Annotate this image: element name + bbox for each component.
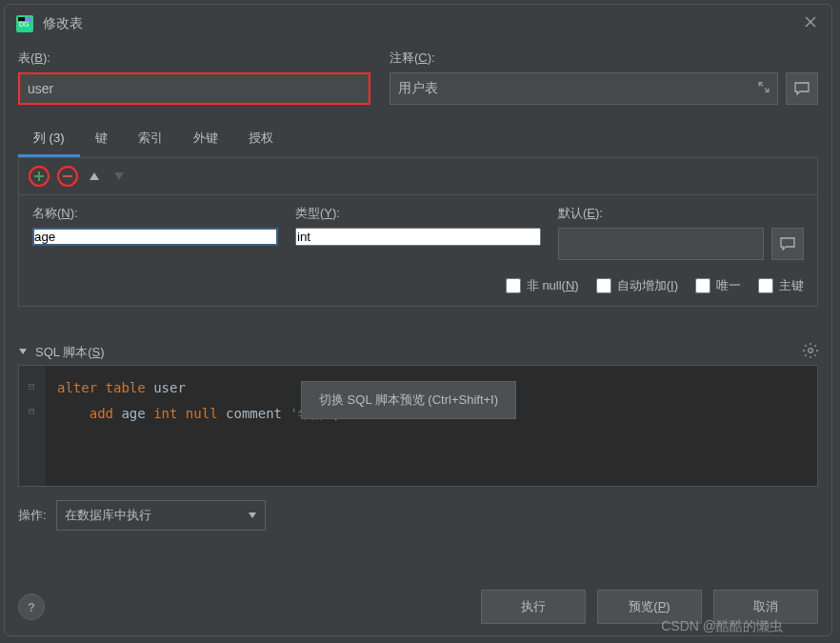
columns-panel: 名称(N): 类型(Y): 默认(E): (18, 158, 818, 307)
column-default-input[interactable] (558, 228, 764, 260)
default-label: 默认(E): (558, 205, 804, 222)
code-gutter: ⊟ ⊟ (19, 366, 46, 486)
table-label: 表(B): (18, 50, 370, 67)
execute-button[interactable]: 执行 (481, 590, 586, 624)
tab-columns[interactable]: 列 (3) (18, 122, 80, 157)
help-button[interactable]: ? (18, 593, 45, 620)
svg-point-4 (809, 349, 813, 353)
sql-collapse-toggle[interactable] (18, 345, 28, 359)
expand-icon[interactable] (758, 82, 770, 96)
comment-label: 注释(C): (390, 50, 818, 67)
comment-display[interactable]: 用户表 (398, 80, 438, 97)
panel-toolbar (19, 158, 817, 195)
tabs: 列 (3) 键 索引 外键 授权 (18, 122, 818, 158)
table-name-input[interactable] (18, 72, 370, 105)
move-down-button[interactable] (110, 168, 128, 185)
comment-extra-button[interactable] (786, 72, 818, 105)
primary-check[interactable]: 主键 (758, 277, 804, 294)
remove-column-button[interactable] (57, 166, 78, 187)
svg-text:DG: DG (19, 21, 30, 28)
action-label: 操作: (18, 507, 47, 524)
type-label: 类型(Y): (295, 205, 541, 222)
name-label: 名称(N): (32, 205, 278, 222)
tab-keys[interactable]: 键 (80, 122, 123, 157)
autoinc-check[interactable]: 自动增加(I) (596, 277, 678, 294)
column-type-input[interactable] (295, 228, 541, 246)
tab-grants[interactable]: 授权 (233, 122, 289, 157)
titlebar: DG 修改表 (5, 5, 831, 42)
tab-indexes[interactable]: 索引 (123, 122, 178, 157)
chevron-down-icon (248, 512, 257, 519)
unique-check[interactable]: 唯一 (695, 277, 741, 294)
column-name-input[interactable] (32, 228, 278, 246)
app-icon: DG (16, 15, 33, 32)
close-icon[interactable] (801, 12, 820, 34)
tab-foreign-keys[interactable]: 外键 (178, 122, 233, 157)
modify-table-dialog: DG 修改表 表(B): 注释(C): 用户表 (4, 4, 832, 636)
action-select[interactable]: 在数据库中执行 (56, 500, 266, 531)
tooltip: 切换 SQL 脚本预览 (Ctrl+Shift+I) (301, 381, 516, 419)
gear-icon[interactable] (803, 343, 818, 361)
watermark: CSDN @酷酷的懒虫 (661, 618, 783, 635)
window-title: 修改表 (43, 15, 791, 32)
default-extra-button[interactable] (771, 228, 804, 260)
add-column-button[interactable] (29, 166, 50, 187)
notnull-check[interactable]: 非 null(N) (506, 277, 579, 294)
sql-section-label: SQL 脚本(S) (35, 344, 105, 361)
move-up-button[interactable] (86, 168, 103, 185)
